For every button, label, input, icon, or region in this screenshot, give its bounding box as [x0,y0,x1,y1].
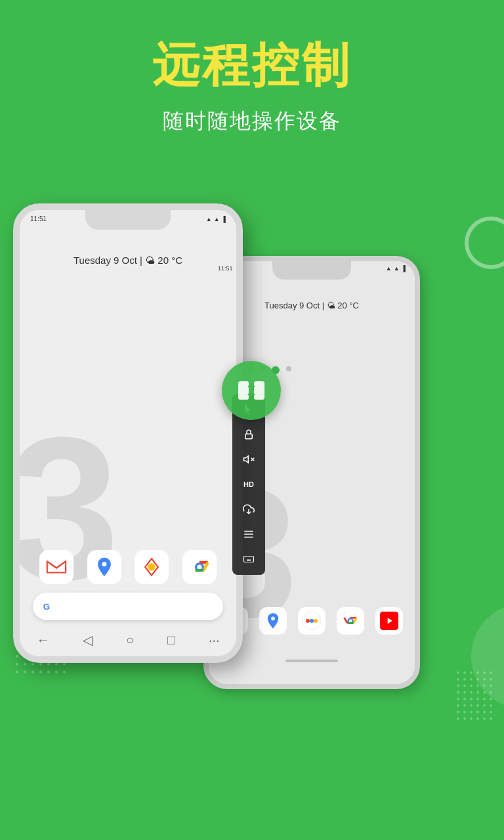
wifi-signal-icon: ▲ [214,216,220,222]
remote-control-icon[interactable] [222,361,281,420]
svg-rect-23 [254,381,264,400]
svg-rect-22 [238,381,249,400]
phone-front-status-bar: 11:51 ▲ ▲ ▐ [30,215,226,222]
svg-rect-13 [45,556,68,578]
toolbar-lock-icon[interactable] [235,423,262,446]
phone-front-app-icons [33,550,223,584]
svg-point-19 [197,564,201,569]
phone-front-gmail-icon [39,550,74,584]
nav-square-icon[interactable]: □ [167,633,175,648]
phone-front: 11:51 ▲ ▲ ▐ Tuesday 9 Oct | 🌤 20 °C 3 [13,203,243,663]
phone-front-screen: 11:51 ▲ ▲ ▐ Tuesday 9 Oct | 🌤 20 °C 3 [20,210,236,656]
phones-container: 11:51 ▲ ▲ ▐ Tuesday 9 Oct | 🌤 20 °C [0,203,504,840]
nav-dots-icon[interactable]: ··· [209,633,220,648]
phone-back-time: 11:51 [218,265,233,272]
toolbar-hd-icon[interactable]: HD [235,472,262,496]
toolbar-download-icon[interactable] [235,497,262,521]
toolbar-sound-icon[interactable] [235,448,262,471]
svg-marker-25 [244,456,249,463]
nav-triangle-icon[interactable]: ◁ [83,632,93,648]
toolbar-keyboard-icon[interactable] [235,547,262,571]
battery-icon: ▐ [402,265,406,272]
phone-back-home-indicator [285,660,338,662]
nav-back-icon[interactable]: ← [36,633,49,648]
header-section: 远程控制 随时随地操作设备 [0,39,504,136]
svg-rect-32 [244,556,254,562]
svg-point-12 [314,619,318,623]
phone-front-date-weather: Tuesday 9 Oct | 🌤 20 °C [20,255,236,266]
phone-front-chrome-icon [182,550,217,584]
remote-toolbar: HD [232,394,265,575]
subtitle: 随时随地操作设备 [0,107,504,136]
svg-rect-24 [245,434,253,439]
wifi-icon: ▲ [394,265,400,272]
switch-arrows-svg [234,373,268,408]
phone-front-photos-icon [135,550,169,584]
phone-front-time: 11:51 [30,215,47,222]
phone-front-bottom-nav: ← ◁ ○ □ ··· [20,623,236,656]
phone-back-status-bar: 11:51 ▲ ▲ ▐ [218,265,406,272]
dot-4 [286,366,291,371]
battery-level-icon: ▐ [222,216,226,222]
main-title: 远程控制 [0,39,504,91]
phone-front-signal: ▲ ▲ ▐ [206,216,226,222]
page-container: 远程控制 随时随地操作设备 11:51 ▲ ▲ ▐ Tuesday 9 Oct … [0,0,504,840]
nav-home-icon[interactable]: ○ [126,633,134,648]
svg-point-11 [310,619,314,623]
phone-back-signal: ▲ ▲ ▐ [386,265,406,272]
signal-icon: ▲ [386,265,392,272]
phone-front-maps-icon [87,550,121,584]
toolbar-menu-icon[interactable] [235,522,262,546]
phone-front-google-search[interactable]: G [33,593,223,620]
svg-point-16 [148,563,156,570]
signal-bars-icon: ▲ [206,216,212,222]
svg-point-10 [306,619,310,623]
svg-text:G: G [43,602,50,612]
